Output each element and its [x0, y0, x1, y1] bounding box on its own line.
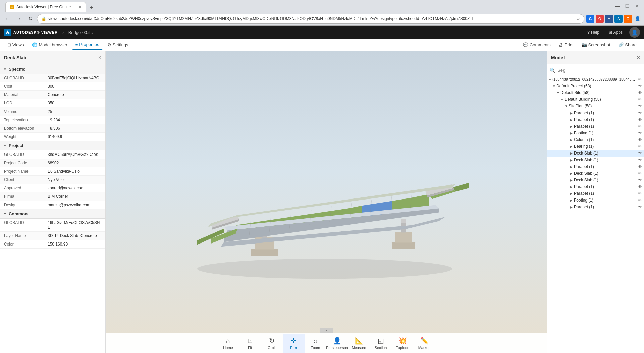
help-button[interactable]: ? Help: [585, 29, 602, 36]
item-eye-1[interactable]: 👁: [636, 117, 644, 122]
comments-button[interactable]: 💬 Comments: [520, 40, 554, 50]
close-window-button[interactable]: ✕: [633, 2, 641, 10]
home-tool-button[interactable]: ⌂ Home: [217, 334, 239, 353]
item-eye-8[interactable]: 👁: [636, 164, 644, 169]
list-item[interactable]: ▶ Parapet (1) 👁: [547, 109, 644, 116]
item-eye-13[interactable]: 👁: [636, 198, 644, 203]
list-item[interactable]: ▶ Footing (1) 👁: [547, 130, 644, 136]
ext-icon-4[interactable]: A: [614, 15, 623, 23]
bookmark-icon[interactable]: ☆: [576, 16, 580, 21]
panel-close-button[interactable]: ×: [98, 55, 101, 61]
list-item[interactable]: ▶ Deck Slab (1) 👁: [547, 157, 644, 163]
forward-button[interactable]: →: [14, 14, 23, 24]
root-collapse-icon[interactable]: ▼: [548, 78, 552, 81]
list-item[interactable]: ▶ Deck Slab (1) 👁: [547, 177, 644, 183]
item-eye-10[interactable]: 👁: [636, 178, 644, 182]
list-item[interactable]: ▶ Deck Slab (1) 👁: [547, 170, 644, 177]
list-item[interactable]: ▶ Column (1) 👁: [547, 136, 644, 143]
refresh-button[interactable]: ↻: [25, 14, 35, 24]
profile-icon[interactable]: 👤: [633, 15, 641, 23]
item-eye-4[interactable]: 👁: [636, 137, 644, 142]
tree-default-site[interactable]: ▼ Default Site (58) 👁: [547, 89, 644, 96]
site-collapse-icon[interactable]: ▼: [556, 91, 560, 95]
toolbar-collapse-button[interactable]: ▼: [320, 328, 333, 333]
project-collapse-icon[interactable]: ▼: [552, 84, 556, 88]
item-arrow-0[interactable]: ▶: [570, 111, 574, 115]
item-arrow-5[interactable]: ▶: [570, 145, 574, 148]
fit-tool-button[interactable]: ⊡ Fit: [239, 334, 261, 353]
item-eye-0[interactable]: 👁: [636, 111, 644, 115]
markup-tool-button[interactable]: ✏️ Markup: [414, 334, 435, 353]
user-avatar[interactable]: 👤: [629, 27, 640, 38]
orbit-tool-button[interactable]: ↻ Orbit: [261, 334, 283, 353]
item-eye-7[interactable]: 👁: [636, 158, 644, 162]
item-arrow-1[interactable]: ▶: [570, 118, 574, 122]
tree-root[interactable]: ▼ t1584439720812_08214238377238889_15844…: [547, 76, 644, 83]
item-eye-12[interactable]: 👁: [636, 191, 644, 196]
explode-tool-button[interactable]: 💥 Explode: [392, 334, 414, 353]
list-item[interactable]: ▶ Footing (1) 👁: [547, 197, 644, 204]
common-section-header[interactable]: ▼ Common: [0, 209, 105, 219]
settings-button[interactable]: ⚙ Settings: [104, 40, 132, 50]
address-field[interactable]: 🔒 viewer.autodesk.com/id/dXJuOmFkc2sub2J…: [37, 14, 584, 24]
back-button[interactable]: ←: [3, 14, 12, 24]
ext-icon-2[interactable]: O: [596, 15, 604, 23]
model-browser-button[interactable]: 🌐 Model browser: [29, 40, 70, 50]
firstperson-tool-button[interactable]: 👤 Førsteperson: [326, 334, 348, 353]
screenshot-button[interactable]: 📷 Screenshot: [578, 40, 614, 50]
share-button[interactable]: 🔗 Share: [615, 40, 640, 50]
site-eye-icon[interactable]: 👁: [636, 90, 644, 95]
item-arrow-10[interactable]: ▶: [570, 178, 574, 182]
item-eye-9[interactable]: 👁: [636, 171, 644, 176]
item-eye-3[interactable]: 👁: [636, 131, 644, 135]
list-item[interactable]: ▶ Parapet (1) 👁: [547, 116, 644, 123]
list-item[interactable]: ▶ Deck Slab (1) 👁: [547, 150, 644, 157]
project-eye-icon[interactable]: 👁: [636, 84, 644, 88]
ext-icon-1[interactable]: G: [586, 15, 594, 23]
item-arrow-7[interactable]: ▶: [570, 158, 574, 162]
tree-default-building[interactable]: ▼ Default Building (58) 👁: [547, 96, 644, 103]
list-item[interactable]: ▶ Parapet (1) 👁: [547, 204, 644, 210]
active-tab[interactable]: A Autodesk Viewer | Free Online F... ×: [5, 2, 86, 12]
item-arrow-3[interactable]: ▶: [570, 131, 574, 135]
list-item[interactable]: ▶ Parapet (1) 👁: [547, 183, 644, 190]
print-button[interactable]: 🖨 Print: [555, 40, 577, 50]
project-section-header[interactable]: ▼ Project: [0, 141, 105, 150]
item-arrow-13[interactable]: ▶: [570, 198, 574, 202]
new-tab-button[interactable]: +: [87, 4, 95, 12]
tab-close-button[interactable]: ×: [79, 4, 82, 10]
tree-default-project[interactable]: ▼ Default Project (58) 👁: [547, 83, 644, 89]
pan-tool-button[interactable]: ✛ Pan: [283, 334, 305, 353]
item-eye-5[interactable]: 👁: [636, 144, 644, 149]
list-item[interactable]: ▶ Bearing (1) 👁: [547, 143, 644, 150]
panel-content[interactable]: ▼ Specific GLOBALID 30BoaE5djCiQH1vmarN4…: [0, 64, 105, 353]
list-item[interactable]: ▶ Parapet (1) 👁: [547, 190, 644, 197]
apps-button[interactable]: ⊞ Apps: [606, 29, 625, 36]
ext-icon-3[interactable]: M: [605, 15, 613, 23]
building-eye-icon[interactable]: 👁: [636, 97, 644, 102]
item-arrow-14[interactable]: ▶: [570, 205, 574, 209]
right-panel-close-button[interactable]: ×: [637, 55, 640, 61]
root-eye-icon[interactable]: 👁: [636, 77, 644, 82]
restore-button[interactable]: ❒: [623, 2, 631, 10]
zoom-tool-button[interactable]: ⌕ Zoom: [305, 334, 326, 353]
measure-tool-button[interactable]: 📐 Measure: [348, 334, 370, 353]
item-arrow-6[interactable]: ▶: [570, 151, 574, 155]
item-arrow-2[interactable]: ▶: [570, 125, 574, 128]
views-button[interactable]: ⊞ Views: [4, 40, 27, 50]
item-arrow-9[interactable]: ▶: [570, 172, 574, 175]
minimize-button[interactable]: —: [613, 2, 621, 10]
item-eye-2[interactable]: 👁: [636, 124, 644, 129]
item-arrow-11[interactable]: ▶: [570, 185, 574, 189]
list-item[interactable]: ▶ Parapet (1) 👁: [547, 163, 644, 170]
siteplan-collapse-icon[interactable]: ▼: [565, 104, 569, 108]
viewport[interactable]: ⌂ Home ⊡ Fit ↻ Orbit ✛ Pan ⌕ Zoom 👤 Førs…: [106, 51, 547, 353]
item-eye-14[interactable]: 👁: [636, 205, 644, 209]
properties-button[interactable]: ≡ Properties: [72, 40, 103, 50]
section-tool-button[interactable]: ◱ Section: [370, 334, 392, 353]
search-input[interactable]: [557, 68, 641, 73]
item-arrow-4[interactable]: ▶: [570, 138, 574, 142]
building-collapse-icon[interactable]: ▼: [560, 98, 565, 101]
item-arrow-12[interactable]: ▶: [570, 192, 574, 195]
siteplan-eye-icon[interactable]: 👁: [636, 104, 644, 108]
